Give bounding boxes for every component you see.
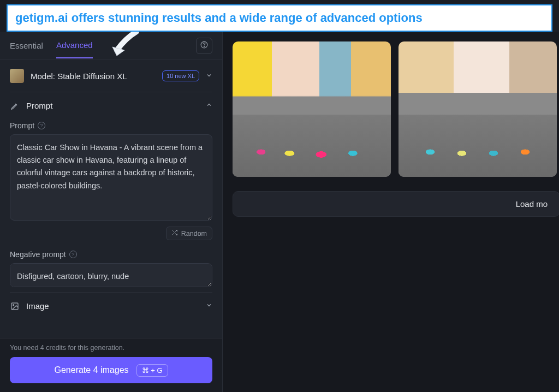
load-more-button[interactable]: Load mo — [233, 191, 559, 217]
tab-advanced[interactable]: Advanced — [56, 33, 93, 58]
results-gallery — [233, 41, 559, 177]
section-image-header[interactable]: Image — [10, 293, 212, 319]
sidebar-footer: You need 4 credits for this generation. … — [0, 338, 222, 392]
chevron-up-icon — [206, 102, 212, 110]
prompt-label: Prompt — [10, 121, 34, 130]
model-label: Model: Stable Diffusion XL — [31, 72, 156, 81]
result-image[interactable] — [399, 41, 557, 177]
section-image-title: Image — [26, 301, 199, 311]
chevron-down-icon — [206, 72, 212, 80]
result-image[interactable] — [233, 41, 391, 177]
info-icon[interactable]: ? — [38, 122, 45, 129]
generate-label: Generate 4 images — [54, 365, 128, 375]
image-icon — [10, 302, 20, 311]
model-badge: 10 new XL — [162, 70, 199, 81]
section-prompt-header[interactable]: Prompt — [10, 92, 212, 119]
help-button[interactable] — [196, 38, 212, 54]
help-icon — [200, 41, 208, 50]
chevron-down-icon — [206, 302, 212, 310]
info-icon[interactable]: ? — [69, 251, 77, 258]
edit-icon — [10, 102, 20, 110]
section-prompt-title: Prompt — [26, 101, 199, 110]
tabs: Essential Advanced — [0, 32, 222, 60]
random-label: Random — [181, 230, 207, 237]
results-panel: Load mo — [223, 32, 559, 392]
negative-prompt-input[interactable] — [10, 263, 212, 287]
generate-button[interactable]: Generate 4 images ⌘ + G — [10, 357, 212, 383]
shuffle-icon — [171, 229, 178, 237]
svg-point-3 — [13, 304, 14, 305]
annotation-banner: getigm.ai offers stunning results and a … — [7, 4, 552, 32]
random-button[interactable]: Random — [166, 227, 212, 240]
annotation-text: getigm.ai offers stunning results and a … — [15, 11, 423, 25]
credits-text: You need 4 credits for this generation. — [10, 344, 212, 352]
negative-prompt-label: Negative prompt — [10, 250, 66, 259]
generate-shortcut: ⌘ + G — [136, 364, 168, 377]
model-thumbnail — [10, 69, 24, 83]
load-more-label: Load mo — [516, 199, 548, 209]
settings-sidebar: Essential Advanced Model: Stable Diffusi… — [0, 32, 223, 392]
model-selector[interactable]: Model: Stable Diffusion XL 10 new XL — [10, 60, 212, 92]
svg-point-1 — [204, 46, 205, 47]
prompt-input[interactable] — [10, 134, 212, 221]
tab-essential[interactable]: Essential — [10, 33, 43, 58]
